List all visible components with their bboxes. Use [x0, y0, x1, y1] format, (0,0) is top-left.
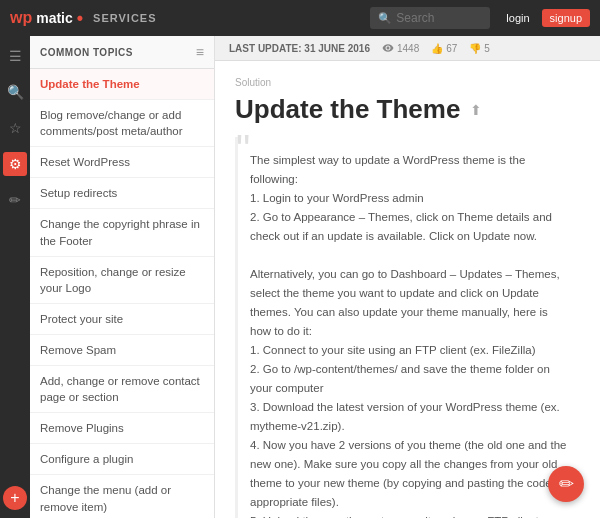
search-icon: 🔍	[378, 12, 392, 25]
sidebar-item[interactable]: Update the Theme	[30, 69, 214, 100]
views-stat: 1448	[382, 42, 419, 54]
sidebar-header: COMMON TOPICS ≡	[30, 36, 214, 69]
sidebar-menu-icon[interactable]: ≡	[196, 44, 204, 60]
login-button[interactable]: login	[500, 9, 535, 27]
content-topbar: LAST UPDATE: 31 JUNE 2016 1448 👍 67 👎 5	[215, 36, 600, 61]
sidebar-item[interactable]: Blog remove/change or add comments/post …	[30, 100, 214, 147]
sidebar: COMMON TOPICS ≡ Update the ThemeBlog rem…	[30, 36, 215, 518]
sidebar-item[interactable]: Reposition, change or resize your Logo	[30, 257, 214, 304]
sidebar-title: COMMON TOPICS	[40, 47, 133, 58]
quote-open-icon: "	[236, 129, 250, 169]
eye-icon	[382, 42, 394, 54]
breadcrumb: Solution	[235, 77, 580, 88]
main-layout: ☰ 🔍 ☆ ⚙ ✏ + COMMON TOPICS ≡ Update the T…	[0, 36, 600, 518]
sidebar-item[interactable]: Remove Plugins	[30, 413, 214, 444]
services-label: SERVICES	[93, 12, 156, 24]
likes-count: 67	[446, 43, 457, 54]
search-bar[interactable]: 🔍	[370, 7, 490, 29]
edit-icon[interactable]: ✏	[3, 188, 27, 212]
search-sidebar-icon[interactable]: 🔍	[3, 80, 27, 104]
sidebar-item[interactable]: Setup redirects	[30, 178, 214, 209]
quote-text: The simplest way to update a WordPress t…	[250, 151, 568, 518]
views-count: 1448	[397, 43, 419, 54]
signup-button[interactable]: signup	[542, 9, 590, 27]
sidebar-item[interactable]: Change the copyright phrase in the Foote…	[30, 209, 214, 256]
logo: wpmatic• SERVICES	[10, 9, 157, 27]
search-input[interactable]	[396, 11, 476, 25]
add-bottom-icon[interactable]: +	[3, 486, 27, 510]
sidebar-items: Update the ThemeBlog remove/change or ad…	[30, 69, 214, 518]
share-icon[interactable]: ⬆	[470, 102, 482, 118]
sidebar-item[interactable]: Configure a plugin	[30, 444, 214, 475]
sidebar-item[interactable]: Add, change or remove contact page or se…	[30, 366, 214, 413]
bookmark-icon[interactable]: ☆	[3, 116, 27, 140]
last-update-date: LAST UPDATE: 31 JUNE 2016	[229, 43, 370, 54]
likes-stat: 👍 67	[431, 43, 457, 54]
icon-bar: ☰ 🔍 ☆ ⚙ ✏ +	[0, 36, 30, 518]
dislikes-stat: 👎 5	[469, 43, 490, 54]
quote-block: " The simplest way to update a WordPress…	[235, 137, 580, 518]
dislikes-count: 5	[484, 43, 490, 54]
logo-dot: •	[77, 9, 83, 27]
gear-icon[interactable]: ⚙	[3, 152, 27, 176]
article-title: Update the Theme	[235, 94, 460, 125]
sidebar-item[interactable]: Change the menu (add or remove item)	[30, 475, 214, 518]
menu-icon[interactable]: ☰	[3, 44, 27, 68]
article-title-row: Update the Theme ⬆	[235, 94, 580, 125]
header: wpmatic• SERVICES 🔍 login signup	[0, 0, 600, 36]
sidebar-item[interactable]: Remove Spam	[30, 335, 214, 366]
sidebar-item[interactable]: Protect your site	[30, 304, 214, 335]
content-scroll: Solution Update the Theme ⬆ " The simple…	[215, 61, 600, 518]
fab-button[interactable]: ✏	[548, 466, 584, 502]
auth-buttons: login signup	[500, 9, 590, 27]
sidebar-item[interactable]: Reset WordPress	[30, 147, 214, 178]
logo-matic: matic	[36, 10, 73, 26]
content-area: LAST UPDATE: 31 JUNE 2016 1448 👍 67 👎 5 …	[215, 36, 600, 518]
logo-wp: wp	[10, 9, 32, 27]
